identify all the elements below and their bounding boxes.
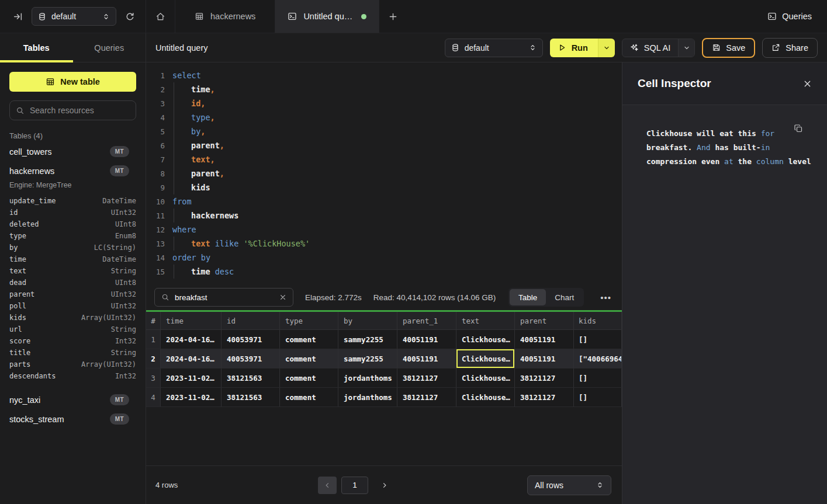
view-tab-table[interactable]: Table <box>510 289 546 305</box>
copy-cell-button[interactable] <box>794 124 803 133</box>
code-token: hackernews <box>191 211 238 220</box>
table-cell[interactable]: 2023-11-02… <box>161 388 222 406</box>
table-cell[interactable]: 38121563 <box>222 369 280 387</box>
sql-ai-options-button[interactable] <box>678 39 694 57</box>
table-cell[interactable]: 40053971 <box>222 330 280 349</box>
table-cell[interactable]: Clickhouse… <box>456 349 515 368</box>
tab-untitled-query[interactable]: Untitled qu… <box>275 0 379 33</box>
page-size-value: All rows <box>535 481 563 490</box>
table-cell[interactable]: comment <box>280 369 338 387</box>
results-toolbar: breakfast Elapsed: 2.772s Read: 40,414,1… <box>146 284 622 310</box>
table-item-cell_towers[interactable]: cell_towersMT <box>9 142 136 161</box>
prev-page-button[interactable] <box>318 477 337 494</box>
database-selector[interactable]: default <box>32 7 116 26</box>
save-button[interactable]: Save <box>702 38 755 58</box>
view-tab-chart[interactable]: Chart <box>546 289 583 305</box>
column-name: text <box>9 265 26 277</box>
column-name: parts <box>9 359 30 370</box>
code-content: text ilike '%ClickHouse%' <box>172 237 310 251</box>
table-cell[interactable]: 2023-11-02… <box>161 369 222 387</box>
table-row[interactable]: 22024-04-16…40053971commentsammy22554005… <box>146 349 622 369</box>
code-line: 4type, <box>146 110 622 124</box>
table-cell[interactable]: sammy2255 <box>338 330 397 349</box>
inspector-token: compression even <box>646 157 724 166</box>
table-cell[interactable]: 40051191 <box>397 330 456 349</box>
view-tab-label: Table <box>518 293 537 302</box>
tab-hackernews[interactable]: hackernews <box>175 0 275 33</box>
play-icon <box>558 43 566 52</box>
table-item-nyc_taxi[interactable]: nyc_taxiMT <box>9 390 136 409</box>
table-row[interactable]: 42023-11-02…38121563commentjordanthoms38… <box>146 388 622 407</box>
table-cell[interactable]: 38121127 <box>397 369 456 387</box>
table-item-hackernews[interactable]: hackernewsMT <box>9 161 136 180</box>
database-selector-value: default <box>465 43 524 53</box>
table-cell[interactable]: [] <box>574 388 622 406</box>
table-cell[interactable]: 38121127 <box>515 388 574 406</box>
table-cell[interactable]: 38121127 <box>397 388 456 406</box>
clear-filter-icon[interactable] <box>279 294 286 301</box>
code-token: order by <box>172 253 210 262</box>
table-row[interactable]: 32023-11-02…38121563commentjordanthoms38… <box>146 369 622 388</box>
line-number: 4 <box>151 113 165 122</box>
column-type: DateTime <box>102 253 136 265</box>
table-cell[interactable]: sammy2255 <box>338 349 397 368</box>
column-type: Array(UInt32) <box>81 359 136 370</box>
table-row[interactable]: 12024-04-16…40053971commentsammy22554005… <box>146 330 622 349</box>
table-cell[interactable]: 38121127 <box>515 369 574 387</box>
results-table-header: #timeidtypebyparent_1textparentkids <box>146 312 622 330</box>
line-number: 5 <box>151 127 165 136</box>
table-cell[interactable]: 38121563 <box>222 388 280 406</box>
table-cell[interactable]: Clickhouse… <box>456 330 515 349</box>
table-cell[interactable]: ["40066964… <box>574 349 622 368</box>
table-cell[interactable]: jordanthoms <box>338 388 397 406</box>
table-cell[interactable]: 40051191 <box>515 349 574 368</box>
sql-ai-button[interactable]: SQL AI <box>622 39 678 57</box>
new-table-button[interactable]: New table <box>9 72 136 92</box>
run-options-button[interactable] <box>598 39 615 57</box>
toolbar-database-selector[interactable]: default <box>445 39 543 57</box>
table-cell[interactable]: comment <box>280 330 338 349</box>
table-cell[interactable]: 40053971 <box>222 349 280 368</box>
new-tab-button[interactable] <box>379 0 406 33</box>
close-inspector-button[interactable] <box>803 79 812 88</box>
code-line: 15time desc <box>146 265 622 279</box>
table-cell[interactable]: 40051191 <box>515 330 574 349</box>
table-cell[interactable]: comment <box>280 349 338 368</box>
table-item-stocks_stream[interactable]: stocks_streamMT <box>9 409 136 429</box>
database-icon <box>451 43 459 52</box>
run-button[interactable]: Run <box>550 39 598 57</box>
sql-editor[interactable]: 1select2time,3id,4type,5by,6parent,7text… <box>146 62 622 284</box>
queries-button[interactable]: Queries <box>767 12 812 21</box>
table-cell[interactable]: comment <box>280 388 338 406</box>
tab-home[interactable] <box>146 0 175 33</box>
page-number-input[interactable]: 1 <box>341 477 368 494</box>
table-cell[interactable]: jordanthoms <box>338 369 397 387</box>
search-resources-input[interactable]: Search resources <box>9 100 136 120</box>
column-type: Int32 <box>115 335 136 347</box>
column-header-kids: kids <box>574 312 622 329</box>
share-button[interactable]: Share <box>762 38 818 58</box>
table-cell[interactable]: 40051191 <box>397 349 456 368</box>
column-name: type <box>9 230 26 242</box>
table-cell[interactable]: [] <box>574 330 622 349</box>
line-number: 13 <box>151 239 165 248</box>
sidebar-tab-tables[interactable]: Tables <box>0 33 73 62</box>
table-cell[interactable]: Clickhouse… <box>456 369 515 387</box>
table-cell[interactable]: 2024-04-16… <box>161 330 222 349</box>
next-page-button[interactable] <box>375 477 394 494</box>
code-content: hackernews <box>172 208 238 223</box>
results-more-button[interactable]: ••• <box>600 293 611 303</box>
table-cell[interactable]: [] <box>574 369 622 387</box>
table-cell[interactable]: Clickhouse… <box>456 388 515 406</box>
collapse-sidebar-icon[interactable] <box>13 12 23 22</box>
select-chevrons-icon <box>529 44 537 51</box>
sidebar-tab-queries[interactable]: Queries <box>73 33 146 62</box>
page-size-selector[interactable]: All rows <box>527 475 611 495</box>
results-filter-input[interactable]: breakfast <box>154 288 293 307</box>
search-icon <box>161 293 169 301</box>
column-type: String <box>111 347 136 359</box>
refresh-icon[interactable] <box>125 12 135 22</box>
table-cell[interactable]: 2024-04-16… <box>161 349 222 368</box>
code-token: , <box>210 85 215 94</box>
share-icon <box>771 43 780 52</box>
